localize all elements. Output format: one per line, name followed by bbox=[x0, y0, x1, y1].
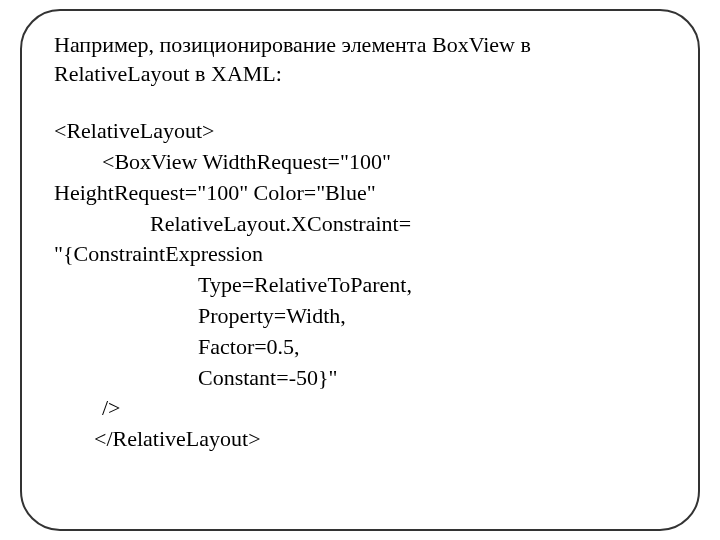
code-line: Constant=-50}" bbox=[54, 363, 666, 394]
slide-frame: Например, позиционирование элемента BoxV… bbox=[20, 9, 700, 531]
code-line: Factor=0.5, bbox=[54, 332, 666, 363]
code-line: RelativeLayout.XConstraint= bbox=[54, 209, 666, 240]
code-line: HeightRequest="100" Color="Blue" bbox=[54, 178, 666, 209]
code-line: <RelativeLayout> bbox=[54, 116, 666, 147]
code-line: "{ConstraintExpression bbox=[54, 239, 666, 270]
code-line: <BoxView WidthRequest="100" bbox=[54, 147, 666, 178]
code-line: Type=RelativeToParent, bbox=[54, 270, 666, 301]
code-line: Property=Width, bbox=[54, 301, 666, 332]
code-line: </RelativeLayout> bbox=[54, 424, 666, 455]
intro-text: Например, позиционирование элемента BoxV… bbox=[54, 31, 666, 88]
code-line: /> bbox=[54, 393, 666, 424]
